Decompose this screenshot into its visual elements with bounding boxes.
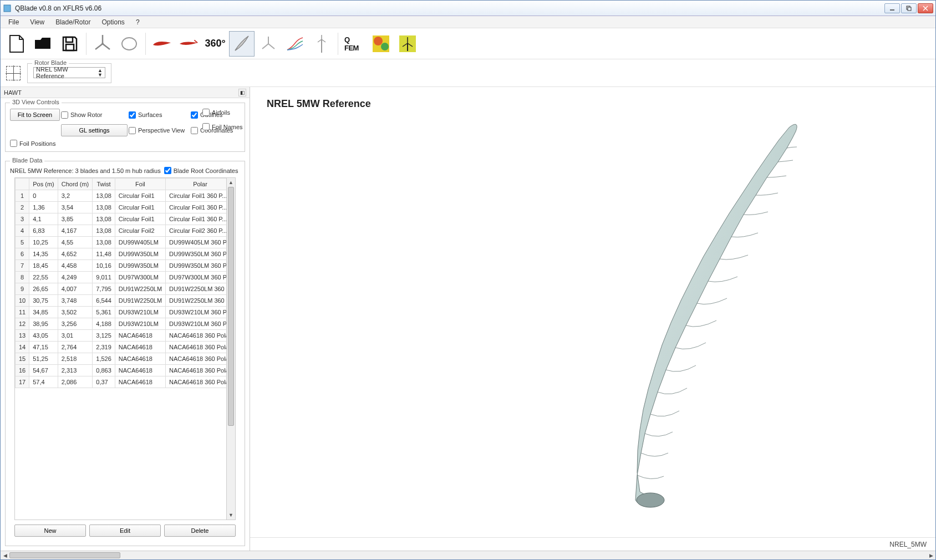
tower-icon[interactable] (309, 31, 334, 57)
show-rotor-checkbox[interactable] (61, 111, 68, 119)
cell-polar[interactable]: NACA64618 360 Polar (166, 330, 226, 342)
hscroll-thumb[interactable] (9, 552, 120, 558)
col-chord[interactable]: Chord (m) (58, 179, 93, 190)
cell-chord[interactable]: 3,748 (58, 295, 93, 307)
cell-pos[interactable]: 30,75 (29, 295, 58, 307)
table-row[interactable]: 103,213,08Circular Foil1Circular Foil1 3… (16, 190, 227, 202)
table-row[interactable]: 1551,252,5181,526NACA64618NACA64618 360 … (16, 353, 227, 365)
open-file-icon[interactable] (30, 31, 56, 57)
cell-foil[interactable]: DU99W405LM (115, 237, 165, 248)
edit-button[interactable]: Edit (89, 525, 161, 537)
cell-foil[interactable]: DU93W210LM (115, 318, 165, 330)
cell-pos[interactable]: 6,83 (29, 225, 58, 237)
cell-pos[interactable]: 43,05 (29, 330, 58, 342)
save-file-icon[interactable] (57, 31, 83, 57)
window-hscrollbar[interactable]: ◀ ▶ (1, 551, 935, 559)
blade-icon[interactable] (229, 31, 255, 57)
cell-chord[interactable]: 3,256 (58, 318, 93, 330)
new-file-icon[interactable] (4, 31, 29, 57)
cell-pos[interactable]: 54,67 (29, 365, 58, 376)
cell-chord[interactable]: 3,01 (58, 330, 93, 342)
cell-polar[interactable]: DU93W210LM 360 P... (166, 318, 226, 330)
cell-chord[interactable]: 4,167 (58, 225, 93, 237)
cell-pos[interactable]: 0 (29, 190, 58, 202)
minimize-button[interactable] (884, 3, 900, 13)
table-row[interactable]: 822,554,2499,011DU97W300LMDU97W300LM 360… (16, 272, 227, 283)
cell-foil[interactable]: Circular Foil1 (115, 190, 165, 202)
maximize-button[interactable] (901, 3, 917, 13)
cell-foil[interactable]: Circular Foil2 (115, 225, 165, 237)
cell-twist[interactable]: 1,526 (93, 353, 115, 365)
cell-chord[interactable]: 3,502 (58, 307, 93, 318)
cell-pos[interactable]: 14,35 (29, 248, 58, 260)
cell-polar[interactable]: Circular Foil1 360 P... (166, 202, 226, 213)
table-row[interactable]: 1654,672,3130,863NACA64618NACA64618 360 … (16, 365, 227, 376)
cell-twist[interactable]: 10,16 (93, 260, 115, 272)
cell-pos[interactable]: 47,15 (29, 342, 58, 353)
coordinates-checkbox[interactable] (191, 127, 198, 134)
cell-foil[interactable]: Circular Foil1 (115, 213, 165, 225)
cell-foil[interactable]: Circular Foil1 (115, 202, 165, 213)
scroll-up-icon[interactable]: ▲ (227, 178, 235, 187)
heatmap-icon[interactable] (368, 31, 394, 57)
cell-twist[interactable]: 13,08 (93, 237, 115, 248)
menu-options[interactable]: Options (98, 17, 129, 27)
cell-foil[interactable]: DU99W350LM (115, 260, 165, 272)
cell-foil[interactable]: NACA64618 (115, 342, 165, 353)
cell-pos[interactable]: 26,65 (29, 283, 58, 295)
cell-twist[interactable]: 7,795 (93, 283, 115, 295)
cell-twist[interactable]: 13,08 (93, 190, 115, 202)
curve-plot-icon[interactable] (282, 31, 308, 57)
cell-chord[interactable]: 2,086 (58, 376, 93, 388)
cell-twist[interactable]: 0,37 (93, 376, 115, 388)
cell-pos[interactable]: 10,25 (29, 237, 58, 248)
cell-twist[interactable]: 2,319 (93, 342, 115, 353)
360deg-icon[interactable]: 360° (202, 31, 228, 57)
turbine-hawt-icon[interactable] (90, 31, 115, 57)
col-foil[interactable]: Foil (115, 179, 165, 190)
cell-polar[interactable]: NACA64618 360 Polar (166, 342, 226, 353)
cell-pos[interactable]: 22,55 (29, 272, 58, 283)
hscroll-right-icon[interactable]: ▶ (927, 551, 935, 559)
table-row[interactable]: 1238,953,2564,188DU93W210LMDU93W210LM 36… (16, 318, 227, 330)
foil-positions-checkbox[interactable] (10, 140, 17, 147)
cell-polar[interactable]: DU99W405LM 360 P... (166, 237, 226, 248)
table-row[interactable]: 34,13,8513,08Circular Foil1Circular Foil… (16, 213, 227, 225)
table-row[interactable]: 1343,053,013,125NACA64618NACA64618 360 P… (16, 330, 227, 342)
cell-twist[interactable]: 5,361 (93, 307, 115, 318)
airfoils-checkbox[interactable] (202, 109, 210, 116)
rotor-blade-select[interactable]: NREL 5MW Reference ▲▼ (33, 67, 105, 78)
cell-polar[interactable]: DU99W350LM 360 P... (166, 260, 226, 272)
cell-foil[interactable]: DU97W300LM (115, 272, 165, 283)
cell-foil[interactable]: NACA64618 (115, 365, 165, 376)
col-twist[interactable]: Twist (93, 179, 115, 190)
table-row[interactable]: 614,354,65211,48DU99W350LMDU99W350LM 360… (16, 248, 227, 260)
perspective-checkbox[interactable] (129, 127, 136, 134)
cell-twist[interactable]: 9,011 (93, 272, 115, 283)
cell-foil[interactable]: DU93W210LM (115, 307, 165, 318)
cell-foil[interactable]: DU91W2250LM (115, 283, 165, 295)
cell-twist[interactable]: 11,48 (93, 248, 115, 260)
col-pos[interactable]: Pos (m) (29, 179, 58, 190)
hscroll-left-icon[interactable]: ◀ (1, 551, 9, 559)
table-row[interactable]: 510,254,5513,08DU99W405LMDU99W405LM 360 … (16, 237, 227, 248)
cell-chord[interactable]: 4,458 (58, 260, 93, 272)
ellipse-icon[interactable] (116, 31, 142, 57)
new-button[interactable]: New (14, 525, 86, 537)
cell-pos[interactable]: 1,36 (29, 202, 58, 213)
col-polar[interactable]: Polar (166, 179, 226, 190)
cell-chord[interactable]: 2,518 (58, 353, 93, 365)
cell-polar[interactable]: DU97W300LM 360 P... (166, 272, 226, 283)
menu-help[interactable]: ? (131, 17, 144, 27)
cell-polar[interactable]: NACA64618 360 Polar (166, 353, 226, 365)
cell-pos[interactable]: 4,1 (29, 213, 58, 225)
cell-chord[interactable]: 4,007 (58, 283, 93, 295)
cell-foil[interactable]: NACA64618 (115, 330, 165, 342)
cell-polar[interactable]: DU91W2250LM 360 ... (166, 295, 226, 307)
cell-twist[interactable]: 4,188 (93, 318, 115, 330)
cell-chord[interactable]: 3,85 (58, 213, 93, 225)
field-turbine-icon[interactable] (395, 31, 420, 57)
cell-twist[interactable]: 6,544 (93, 295, 115, 307)
cell-twist[interactable]: 3,125 (93, 330, 115, 342)
cell-foil[interactable]: DU91W2250LM (115, 295, 165, 307)
